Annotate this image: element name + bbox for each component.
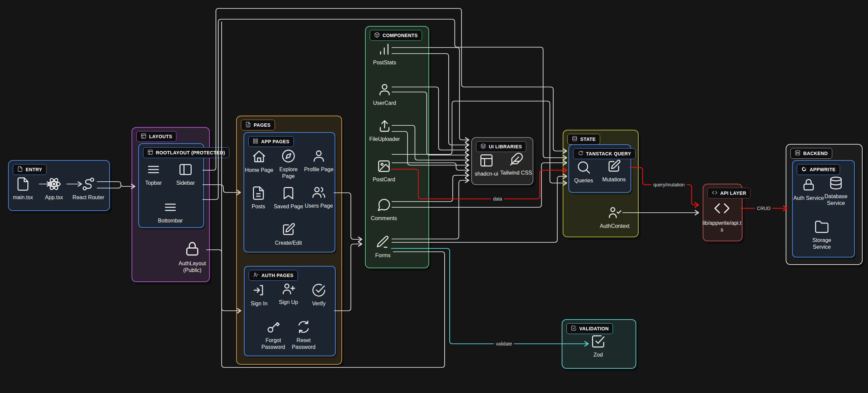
node-label: Forms (375, 252, 390, 259)
node-sign-in[interactable]: Sign In (243, 283, 275, 307)
validation-badge: VALIDATION (566, 323, 613, 334)
node-forgot-password[interactable]: Forgot Password (256, 320, 290, 351)
refresh-icon (578, 150, 583, 157)
node-appwrite-api-file[interactable]: lib/appwrite/api.ts (702, 200, 741, 234)
node-label: lib/appwrite/api.ts (702, 220, 741, 234)
entry-badge-label: ENTRY (26, 167, 42, 172)
tanstack-query-badge: TANSTACK QUERY (573, 148, 636, 159)
node-label: Tailwind CSS (500, 170, 532, 176)
node-usercard[interactable]: UserCard (366, 82, 403, 107)
node-bottombar[interactable]: Bottombar (152, 200, 189, 224)
node-mutations[interactable]: Mutations (598, 159, 630, 183)
pages-badge: PAGES (241, 120, 275, 130)
node-main-tsx[interactable]: main.tsx (7, 177, 39, 201)
node-label: Home Page (245, 167, 274, 174)
edge-label-query-mutation: query/mutation (651, 182, 687, 187)
node-label: Queries (574, 177, 593, 184)
feather-icon (509, 152, 524, 167)
node-label: Comments (371, 215, 397, 222)
bookmark-icon (281, 186, 296, 201)
node-label: AuthContext (600, 223, 629, 230)
backend-badge: BACKEND (790, 148, 832, 159)
upload-icon (377, 118, 392, 133)
node-label: Explore Page (272, 166, 305, 180)
node-authcontext[interactable]: AuthContext (596, 205, 633, 230)
node-profile-page[interactable]: Profile Page (303, 149, 335, 173)
edit-icon (281, 222, 296, 237)
pencil-icon (375, 235, 390, 249)
node-label: Verify (312, 300, 326, 307)
layout-icon (479, 153, 494, 168)
node-saved-page[interactable]: Saved Page (272, 186, 305, 210)
node-create-edit[interactable]: Create/Edit (270, 222, 307, 246)
node-topbar[interactable]: Topbar (137, 162, 170, 186)
rootlayout-badge: ROOTLAYOUT (PROTECTED) (143, 147, 229, 158)
node-reset-password[interactable]: Reset Password (287, 320, 320, 351)
node-database-service[interactable]: Database Service (820, 176, 852, 207)
node-react-router[interactable]: React Router (70, 177, 107, 201)
components-badge-label: COMPONENTS (383, 33, 418, 38)
users-icon (311, 185, 326, 200)
search-icon (576, 160, 591, 175)
node-label: shadcn-ui (475, 171, 498, 177)
node-label: PostCard (373, 176, 395, 183)
node-label: Bottombar (158, 217, 183, 224)
appwrite-badge-label: APPWRITE (810, 167, 836, 172)
node-label: Forgot Password (256, 337, 290, 351)
node-users-page[interactable]: Users Page (303, 185, 335, 209)
menu-icon (146, 162, 161, 177)
code-icon (713, 200, 731, 217)
lock-icon (184, 240, 201, 258)
layers-icon (480, 143, 486, 150)
node-storage-service[interactable]: Storage Service (806, 219, 838, 251)
node-poststats[interactable]: PostStats (366, 42, 403, 66)
node-postcard[interactable]: PostCard (365, 159, 402, 183)
node-home-page[interactable]: Home Page (243, 149, 275, 174)
layout-icon (141, 133, 146, 140)
key-icon (266, 320, 281, 334)
node-sign-up[interactable]: Sign Up (272, 281, 305, 306)
node-label: FileUploader (369, 136, 400, 143)
menu-icon (163, 200, 178, 215)
node-posts[interactable]: Posts (242, 186, 275, 210)
api-layer-badge-label: API LAYER (720, 190, 746, 196)
node-label: Database Service (820, 193, 852, 207)
node-verify[interactable]: Verify (303, 283, 335, 307)
lock-icon (801, 177, 816, 192)
node-fileuploader[interactable]: FileUploader (366, 118, 403, 143)
edge-label-crud: CRUD (755, 206, 773, 211)
check-circle-icon (311, 283, 326, 298)
edge-label-data: data (491, 196, 504, 202)
grid-icon (253, 138, 258, 145)
node-comments[interactable]: Comments (365, 198, 402, 222)
app-pages-badge: APP PAGES (248, 136, 294, 147)
pages-badge-label: PAGES (254, 122, 271, 128)
ui-libraries-badge-label: UI LIBRARIES (489, 144, 522, 149)
backend-badge-label: BACKEND (803, 151, 828, 156)
node-auth-layout[interactable]: AuthLayout (Public) (175, 240, 209, 274)
code-icon (712, 190, 718, 196)
app-pages-badge-label: APP PAGES (261, 139, 289, 144)
entry-badge: ENTRY (13, 164, 47, 175)
node-queries[interactable]: Queries (567, 160, 600, 184)
database-icon (829, 176, 843, 190)
node-label: Profile Page (304, 166, 333, 173)
node-label: PostStats (373, 59, 396, 66)
layouts-badge: LAYOUTS (136, 131, 176, 142)
home-icon (252, 149, 267, 164)
node-label: main.tsx (13, 194, 33, 201)
node-explore-page[interactable]: Explore Page (272, 149, 305, 180)
refresh-ccw-icon (296, 320, 311, 334)
edit-icon (607, 159, 621, 174)
node-label: React Router (73, 194, 104, 201)
node-label: Sign Up (279, 299, 298, 306)
node-label: Users Page (305, 203, 333, 209)
node-zod[interactable]: Zod (582, 334, 614, 358)
node-forms[interactable]: Forms (364, 235, 401, 259)
node-tailwind-css[interactable]: Tailwind CSS (498, 152, 535, 176)
node-sidebar[interactable]: Sidebar (169, 162, 202, 186)
route-icon (81, 177, 96, 191)
file-icon (16, 177, 30, 191)
node-app-tsx[interactable]: App.tsx (38, 177, 70, 201)
node-label: Posts (252, 203, 265, 210)
